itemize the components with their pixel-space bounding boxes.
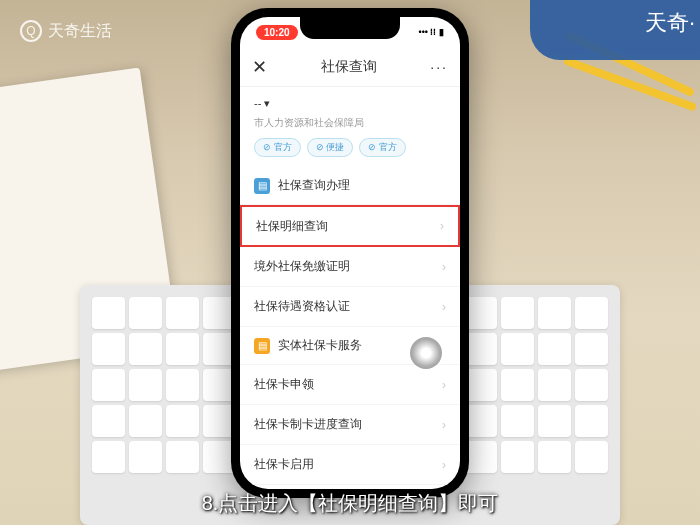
list-item[interactable]: 社保待遇资格认证› [240,287,460,327]
phone-notch [300,17,400,39]
more-icon[interactable]: ··· [430,59,448,75]
watermark-logo: Q 天奇生活 [20,20,112,42]
status-time: 10:20 [256,25,298,40]
watermark-text: 天奇生活 [48,21,112,42]
instruction-caption: 8.点击进入【社保明细查询】即可 [202,490,499,517]
status-signals: ••• ⁞⁞ ▮ [419,27,444,37]
close-icon[interactable]: ✕ [252,56,267,78]
assistive-touch-icon[interactable] [410,337,442,369]
item-label: 社保明细查询 [256,218,328,235]
region-dropdown[interactable]: -- ▾ [254,97,446,110]
list-item[interactable]: 社保卡申领› [240,365,460,405]
list-item[interactable]: 境外社保免缴证明› [240,247,460,287]
list-item[interactable]: 社保卡启用› [240,445,460,485]
chevron-right-icon: › [442,418,446,432]
list-item[interactable]: 社保明细查询› [240,205,460,247]
tag-row: ⊘ 官方 ⊘ 便捷 ⊘ 官方 [254,138,446,157]
section-title: 实体社保卡服务 [278,337,362,354]
tag-convenient: ⊘ 便捷 [307,138,354,157]
item-label: 社保卡申领 [254,376,314,393]
chevron-right-icon: › [442,458,446,472]
chevron-right-icon: › [442,378,446,392]
item-label: 社保卡制卡进度查询 [254,416,362,433]
header-info: -- ▾ 市人力资源和社会保障局 ⊘ 官方 ⊘ 便捷 ⊘ 官方 [240,87,460,167]
item-label: 社保卡启用 [254,456,314,473]
item-label: 境外社保免缴证明 [254,258,350,275]
corner-brand: 天奇· [530,0,700,60]
list-item[interactable]: 社保卡应用状态查询› [240,485,460,489]
agency-name: 市人力资源和社会保障局 [254,116,446,130]
item-label: 社保待遇资格认证 [254,298,350,315]
phone-screen: 10:20 ••• ⁞⁞ ▮ ✕ 社保查询 ··· -- ▾ 市人力资源和社会保… [240,17,460,489]
phone-frame: 10:20 ••• ⁞⁞ ▮ ✕ 社保查询 ··· -- ▾ 市人力资源和社会保… [231,8,469,498]
chevron-right-icon: › [440,219,444,233]
nav-bar: ✕ 社保查询 ··· [240,47,460,87]
chevron-right-icon: › [442,260,446,274]
page-title: 社保查询 [321,58,377,76]
corner-text: 天奇· [645,8,695,38]
tag-official-2: ⊘ 官方 [359,138,406,157]
chevron-right-icon: › [442,300,446,314]
section-title: 社保查询办理 [278,177,350,194]
list-item[interactable]: 社保卡制卡进度查询› [240,405,460,445]
tag-official: ⊘ 官方 [254,138,301,157]
section-icon: ▤ [254,178,270,194]
section-icon: ▤ [254,338,270,354]
watermark-icon: Q [20,20,42,42]
section-query: ▤ 社保查询办理 [240,167,460,205]
